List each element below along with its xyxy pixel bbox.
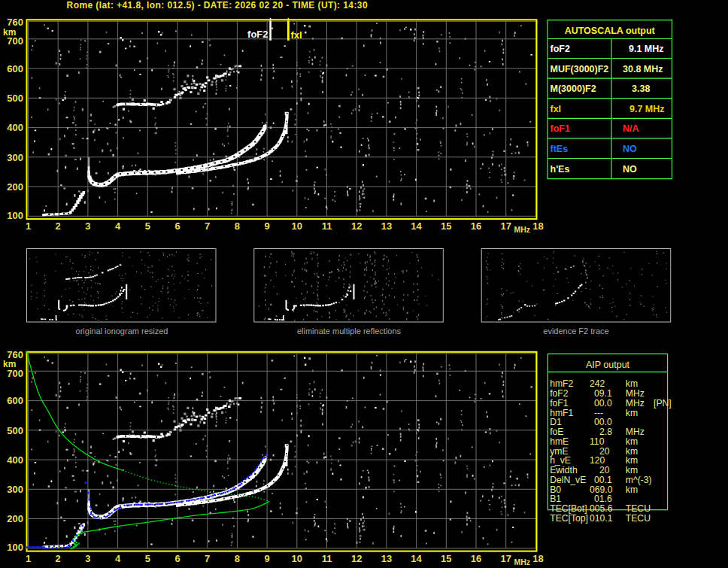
svg-text:500: 500	[7, 425, 23, 436]
svg-text:5: 5	[145, 553, 150, 564]
svg-text:11: 11	[322, 553, 332, 564]
svg-text:7: 7	[205, 220, 210, 232]
svg-text:km: km	[3, 27, 16, 38]
svg-text:TEC[Top]: TEC[Top]	[550, 513, 588, 524]
svg-text:foF2: foF2	[247, 29, 268, 40]
svg-text:30.8 MHz: 30.8 MHz	[623, 64, 663, 74]
svg-text:ftEs: ftEs	[551, 144, 569, 154]
svg-text:6: 6	[174, 220, 180, 232]
svg-text:200: 200	[7, 181, 23, 193]
svg-text:600: 600	[7, 63, 23, 74]
svg-text:h'Es: h'Es	[551, 164, 570, 175]
svg-text:8: 8	[235, 553, 240, 564]
svg-text:fxI: fxI	[291, 29, 302, 41]
svg-text:400: 400	[7, 122, 23, 133]
svg-text:2: 2	[56, 553, 61, 564]
svg-text:3.38: 3.38	[632, 84, 650, 94]
svg-text:100: 100	[7, 210, 23, 221]
svg-text:18: 18	[532, 553, 543, 564]
svg-text:foF1: foF1	[551, 123, 570, 134]
svg-text:4: 4	[115, 220, 121, 232]
svg-text:10: 10	[292, 553, 302, 564]
svg-text:TECU: TECU	[626, 513, 651, 524]
svg-text:200: 200	[7, 513, 23, 524]
svg-text:MHz: MHz	[514, 557, 531, 566]
svg-text:M(3000)F2: M(3000)F2	[551, 84, 596, 94]
svg-text:18: 18	[532, 220, 543, 232]
svg-text:9: 9	[264, 553, 269, 564]
svg-text:3: 3	[85, 553, 90, 564]
svg-text:13: 13	[381, 220, 392, 232]
svg-text:NO: NO	[623, 144, 637, 154]
svg-text:11: 11	[322, 220, 332, 232]
svg-text:[PN]: [PN]	[654, 398, 672, 409]
svg-text:km: km	[3, 359, 16, 369]
svg-text:3: 3	[85, 220, 90, 232]
svg-text:9: 9	[264, 220, 269, 232]
svg-text:original ionogram resized: original ionogram resized	[76, 327, 168, 336]
svg-text:16: 16	[471, 220, 481, 232]
svg-text:14: 14	[411, 553, 422, 564]
svg-text:2: 2	[56, 220, 61, 232]
svg-text:7: 7	[205, 553, 210, 564]
svg-text:8: 8	[235, 220, 240, 232]
svg-text:1: 1	[26, 220, 31, 232]
svg-text:10: 10	[292, 220, 302, 232]
svg-text:4: 4	[115, 553, 121, 564]
svg-text:fxI: fxI	[551, 104, 562, 114]
svg-text:010.1: 010.1	[590, 513, 613, 524]
svg-text:300: 300	[7, 152, 23, 163]
svg-text:13: 13	[381, 553, 392, 564]
svg-text:15: 15	[441, 220, 451, 232]
svg-text:N/A: N/A	[623, 123, 639, 134]
svg-text:300: 300	[7, 484, 23, 495]
svg-text:100: 100	[7, 542, 23, 553]
svg-text:km: km	[626, 408, 638, 418]
svg-text:AIP output: AIP output	[586, 360, 630, 370]
svg-text:km: km	[626, 484, 638, 495]
svg-text:15: 15	[441, 553, 451, 564]
svg-text:6: 6	[174, 553, 180, 564]
svg-text:NO: NO	[623, 164, 637, 175]
svg-text:600: 600	[7, 395, 23, 406]
svg-text:12: 12	[351, 553, 362, 564]
svg-text:400: 400	[7, 454, 23, 466]
svg-text:eliminate multiple reflections: eliminate multiple reflections	[297, 327, 402, 336]
svg-text:17: 17	[500, 553, 511, 564]
svg-text:9.7 MHz: 9.7 MHz	[629, 104, 665, 114]
svg-text:Rome (lat: +41.8, lon: 012.5): Rome (lat: +41.8, lon: 012.5) - DATE: 20…	[67, 0, 368, 11]
svg-text:500: 500	[7, 93, 23, 104]
svg-text:12: 12	[351, 220, 362, 232]
svg-text:1: 1	[26, 553, 31, 564]
svg-text:5: 5	[145, 220, 150, 232]
svg-text:9.1 MHz: 9.1 MHz	[629, 44, 664, 54]
svg-text:MUF(3000)F2: MUF(3000)F2	[551, 64, 609, 74]
svg-text:16: 16	[471, 553, 481, 564]
svg-text:AUTOSCALA output: AUTOSCALA output	[565, 26, 656, 36]
svg-text:17: 17	[500, 220, 511, 232]
svg-text:14: 14	[411, 220, 422, 232]
svg-text:foF2: foF2	[551, 44, 570, 54]
svg-text:MHz: MHz	[514, 225, 531, 234]
svg-text:evidence F2 trace: evidence F2 trace	[543, 327, 608, 336]
